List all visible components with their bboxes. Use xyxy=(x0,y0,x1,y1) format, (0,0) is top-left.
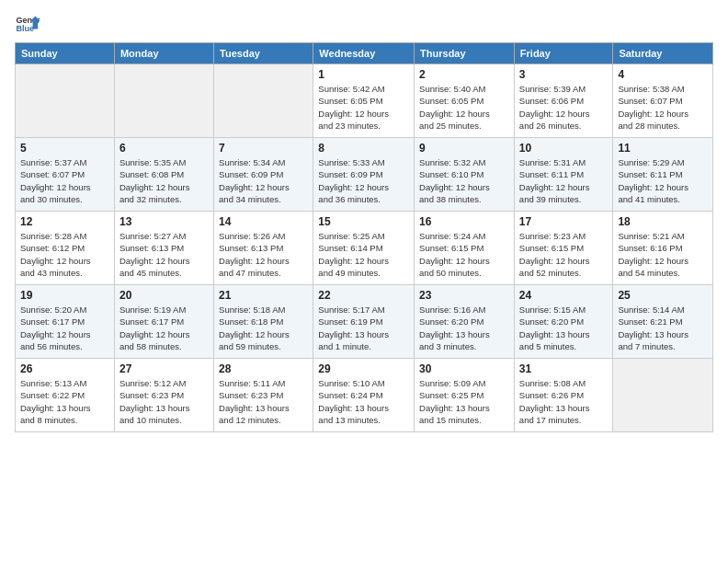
calendar-cell: 9Sunrise: 5:32 AMSunset: 6:10 PMDaylight… xyxy=(415,138,515,212)
day-info: Sunrise: 5:10 AMSunset: 6:24 PMDaylight:… xyxy=(318,377,409,426)
day-number: 28 xyxy=(219,362,308,375)
week-row-2: 5Sunrise: 5:37 AMSunset: 6:07 PMDaylight… xyxy=(16,138,713,212)
calendar-cell xyxy=(613,359,713,432)
calendar-cell: 26Sunrise: 5:13 AMSunset: 6:22 PMDayligh… xyxy=(16,359,115,432)
calendar-cell xyxy=(214,64,313,138)
day-info: Sunrise: 5:13 AMSunset: 6:22 PMDaylight:… xyxy=(20,377,109,426)
calendar-cell: 25Sunrise: 5:14 AMSunset: 6:21 PMDayligh… xyxy=(613,285,713,359)
week-row-1: 1Sunrise: 5:42 AMSunset: 6:05 PMDaylight… xyxy=(16,64,713,138)
day-info: Sunrise: 5:14 AMSunset: 6:21 PMDaylight:… xyxy=(618,304,708,352)
logo-icon: General Blue xyxy=(15,11,40,37)
day-info: Sunrise: 5:08 AMSunset: 6:26 PMDaylight:… xyxy=(519,377,609,426)
logo: General Blue xyxy=(15,11,44,37)
day-number: 27 xyxy=(119,362,209,375)
day-info: Sunrise: 5:31 AMSunset: 6:11 PMDaylight:… xyxy=(519,156,609,205)
day-number: 2 xyxy=(419,68,509,81)
day-info: Sunrise: 5:32 AMSunset: 6:10 PMDaylight:… xyxy=(419,156,509,205)
day-number: 16 xyxy=(419,215,509,228)
weekday-header-sunday: Sunday xyxy=(16,43,115,64)
day-number: 26 xyxy=(20,362,109,375)
day-info: Sunrise: 5:24 AMSunset: 6:15 PMDaylight:… xyxy=(419,230,509,279)
calendar-cell xyxy=(114,64,213,138)
day-number: 8 xyxy=(318,142,409,155)
day-info: Sunrise: 5:42 AMSunset: 6:05 PMDaylight:… xyxy=(318,83,409,132)
weekday-header-row: SundayMondayTuesdayWednesdayThursdayFrid… xyxy=(16,43,713,64)
day-info: Sunrise: 5:15 AMSunset: 6:20 PMDaylight:… xyxy=(519,304,609,352)
day-info: Sunrise: 5:17 AMSunset: 6:19 PMDaylight:… xyxy=(318,304,409,352)
calendar-cell: 8Sunrise: 5:33 AMSunset: 6:09 PMDaylight… xyxy=(313,138,415,212)
day-number: 5 xyxy=(20,142,109,155)
calendar: SundayMondayTuesdayWednesdayThursdayFrid… xyxy=(15,42,713,432)
day-number: 10 xyxy=(519,142,609,155)
calendar-cell: 16Sunrise: 5:24 AMSunset: 6:15 PMDayligh… xyxy=(415,212,515,285)
calendar-cell: 2Sunrise: 5:40 AMSunset: 6:05 PMDaylight… xyxy=(415,64,515,138)
day-number: 31 xyxy=(519,362,609,375)
day-number: 1 xyxy=(318,68,409,81)
calendar-cell: 3Sunrise: 5:39 AMSunset: 6:06 PMDaylight… xyxy=(514,64,613,138)
weekday-header-monday: Monday xyxy=(114,43,213,64)
day-info: Sunrise: 5:25 AMSunset: 6:14 PMDaylight:… xyxy=(318,230,409,279)
weekday-header-saturday: Saturday xyxy=(613,43,713,64)
calendar-cell: 28Sunrise: 5:11 AMSunset: 6:23 PMDayligh… xyxy=(214,359,313,432)
day-info: Sunrise: 5:34 AMSunset: 6:09 PMDaylight:… xyxy=(219,156,308,205)
day-info: Sunrise: 5:35 AMSunset: 6:08 PMDaylight:… xyxy=(119,156,209,205)
day-info: Sunrise: 5:27 AMSunset: 6:13 PMDaylight:… xyxy=(119,230,209,279)
day-number: 6 xyxy=(119,142,209,155)
calendar-cell xyxy=(16,64,115,138)
day-number: 9 xyxy=(419,142,509,155)
day-number: 13 xyxy=(119,215,209,228)
calendar-cell: 21Sunrise: 5:18 AMSunset: 6:18 PMDayligh… xyxy=(214,285,313,359)
calendar-cell: 7Sunrise: 5:34 AMSunset: 6:09 PMDaylight… xyxy=(214,138,313,212)
calendar-cell: 23Sunrise: 5:16 AMSunset: 6:20 PMDayligh… xyxy=(415,285,515,359)
day-number: 25 xyxy=(618,289,708,302)
day-info: Sunrise: 5:26 AMSunset: 6:13 PMDaylight:… xyxy=(219,230,308,279)
day-number: 11 xyxy=(618,142,708,155)
day-info: Sunrise: 5:28 AMSunset: 6:12 PMDaylight:… xyxy=(20,230,109,279)
calendar-cell: 14Sunrise: 5:26 AMSunset: 6:13 PMDayligh… xyxy=(214,212,313,285)
weekday-header-thursday: Thursday xyxy=(415,43,515,64)
day-info: Sunrise: 5:29 AMSunset: 6:11 PMDaylight:… xyxy=(618,156,708,205)
week-row-3: 12Sunrise: 5:28 AMSunset: 6:12 PMDayligh… xyxy=(16,212,713,285)
calendar-cell: 11Sunrise: 5:29 AMSunset: 6:11 PMDayligh… xyxy=(613,138,713,212)
day-info: Sunrise: 5:37 AMSunset: 6:07 PMDaylight:… xyxy=(20,156,109,205)
day-info: Sunrise: 5:23 AMSunset: 6:15 PMDaylight:… xyxy=(519,230,609,279)
calendar-cell: 4Sunrise: 5:38 AMSunset: 6:07 PMDaylight… xyxy=(613,64,713,138)
calendar-cell: 18Sunrise: 5:21 AMSunset: 6:16 PMDayligh… xyxy=(613,212,713,285)
day-info: Sunrise: 5:19 AMSunset: 6:17 PMDaylight:… xyxy=(119,304,209,352)
day-number: 24 xyxy=(519,289,609,302)
calendar-cell: 15Sunrise: 5:25 AMSunset: 6:14 PMDayligh… xyxy=(313,212,415,285)
calendar-cell: 29Sunrise: 5:10 AMSunset: 6:24 PMDayligh… xyxy=(313,359,415,432)
day-info: Sunrise: 5:11 AMSunset: 6:23 PMDaylight:… xyxy=(219,377,308,426)
calendar-cell: 30Sunrise: 5:09 AMSunset: 6:25 PMDayligh… xyxy=(415,359,515,432)
day-number: 19 xyxy=(20,289,109,302)
calendar-cell: 20Sunrise: 5:19 AMSunset: 6:17 PMDayligh… xyxy=(114,285,213,359)
day-number: 14 xyxy=(219,215,308,228)
day-info: Sunrise: 5:39 AMSunset: 6:06 PMDaylight:… xyxy=(519,83,609,132)
day-number: 18 xyxy=(618,215,708,228)
calendar-cell: 12Sunrise: 5:28 AMSunset: 6:12 PMDayligh… xyxy=(16,212,115,285)
day-info: Sunrise: 5:18 AMSunset: 6:18 PMDaylight:… xyxy=(219,304,308,352)
day-number: 21 xyxy=(219,289,308,302)
day-number: 20 xyxy=(119,289,209,302)
svg-text:Blue: Blue xyxy=(16,24,34,33)
day-number: 4 xyxy=(618,68,708,81)
day-number: 29 xyxy=(318,362,409,375)
calendar-cell: 10Sunrise: 5:31 AMSunset: 6:11 PMDayligh… xyxy=(514,138,613,212)
calendar-cell: 1Sunrise: 5:42 AMSunset: 6:05 PMDaylight… xyxy=(313,64,415,138)
day-number: 22 xyxy=(318,289,409,302)
day-info: Sunrise: 5:40 AMSunset: 6:05 PMDaylight:… xyxy=(419,83,509,132)
weekday-header-tuesday: Tuesday xyxy=(214,43,313,64)
day-number: 3 xyxy=(519,68,609,81)
day-info: Sunrise: 5:20 AMSunset: 6:17 PMDaylight:… xyxy=(20,304,109,352)
day-info: Sunrise: 5:33 AMSunset: 6:09 PMDaylight:… xyxy=(318,156,409,205)
day-number: 12 xyxy=(20,215,109,228)
weekday-header-friday: Friday xyxy=(514,43,613,64)
day-number: 17 xyxy=(519,215,609,228)
day-number: 7 xyxy=(219,142,308,155)
header: General Blue xyxy=(15,11,713,37)
weekday-header-wednesday: Wednesday xyxy=(313,43,415,64)
day-number: 23 xyxy=(419,289,509,302)
day-info: Sunrise: 5:12 AMSunset: 6:23 PMDaylight:… xyxy=(119,377,209,426)
calendar-cell: 19Sunrise: 5:20 AMSunset: 6:17 PMDayligh… xyxy=(16,285,115,359)
calendar-cell: 6Sunrise: 5:35 AMSunset: 6:08 PMDaylight… xyxy=(114,138,213,212)
